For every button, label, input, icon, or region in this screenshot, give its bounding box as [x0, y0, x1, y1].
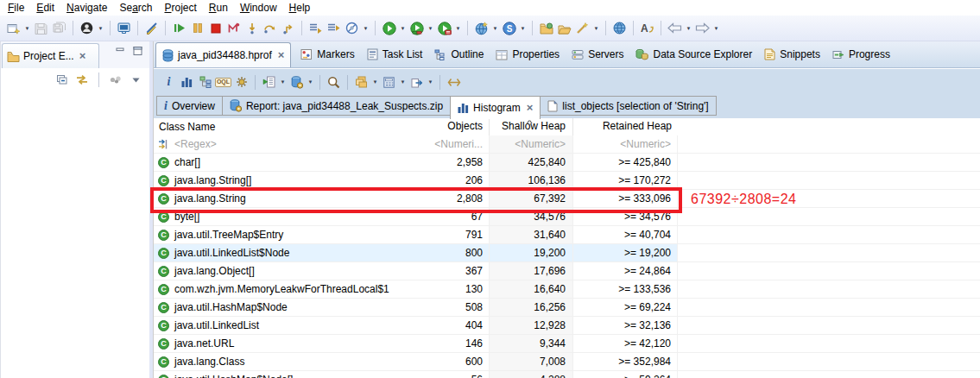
new-browser-dropdown[interactable]: ▼	[490, 20, 500, 37]
view-tab-markers[interactable]: Markers	[294, 41, 360, 67]
back-button[interactable]	[666, 20, 684, 37]
open-folder-button[interactable]	[555, 20, 573, 37]
close-icon[interactable]: ×	[278, 50, 285, 60]
result-tab-histogram[interactable]: Histogram×	[450, 96, 541, 119]
info-button[interactable]: i	[160, 73, 178, 91]
back-dropdown[interactable]: ▼	[684, 20, 693, 37]
skip-breakpoints-button[interactable]	[343, 20, 361, 37]
profile-button[interactable]	[435, 20, 453, 37]
coverage-dropdown[interactable]: ▼	[426, 20, 435, 37]
search-wand-dropdown[interactable]: ▼	[591, 20, 601, 37]
col-header-objects[interactable]: Objects	[432, 118, 489, 135]
search-button[interactable]	[325, 73, 343, 91]
run-dropdown[interactable]: ▼	[398, 20, 408, 37]
run-inspection-button[interactable]	[260, 73, 278, 91]
menu-search[interactable]: Search	[113, 1, 158, 16]
result-tab-overview[interactable]: iOverview	[156, 96, 223, 116]
group-by-dropdown[interactable]: ▼	[370, 73, 380, 91]
pause-button[interactable]	[188, 20, 206, 37]
table-row[interactable]: Cjava.lang.Class6007,008>= 352,984	[154, 353, 980, 371]
run-inspection-dropdown[interactable]: ▼	[278, 73, 288, 91]
step-return-button[interactable]	[279, 20, 297, 37]
table-row[interactable]: Cjava.util.LinkedList$Node80019,200>= 19…	[154, 244, 980, 262]
objects-filter-input[interactable]: <Numeri...	[432, 135, 489, 153]
save-button[interactable]	[32, 20, 50, 37]
view-tab-outline[interactable]: Outline	[428, 41, 490, 67]
editor-tab-hprof[interactable]: java_pid34488.hprof×	[155, 42, 291, 67]
heap-dump-actions-button[interactable]	[288, 73, 306, 91]
coverage-button[interactable]	[408, 20, 426, 37]
group-by-button[interactable]	[352, 73, 370, 91]
col-header-class-name[interactable]: Class Name	[154, 118, 432, 135]
export-button[interactable]	[408, 73, 426, 91]
forward-dropdown[interactable]: ▼	[711, 20, 721, 37]
import-folder-button[interactable]	[537, 20, 555, 37]
mark-occurrences-button[interactable]	[142, 20, 161, 37]
table-row[interactable]: Cjava.util.TreeMap$Entry79131,640>= 40,7…	[154, 226, 980, 244]
step-over-button[interactable]	[261, 20, 279, 37]
resume-button[interactable]	[170, 20, 188, 37]
shallow-filter-input[interactable]: <Numeric>	[489, 135, 573, 153]
menu-file[interactable]: File	[2, 1, 30, 16]
view-tab-properties[interactable]: Properties	[490, 41, 566, 67]
menu-run[interactable]: Run	[203, 1, 234, 16]
view-tab-progress[interactable]: Progress	[826, 41, 896, 67]
menu-edit[interactable]: Edit	[30, 1, 60, 16]
user-account-button[interactable]	[78, 20, 96, 37]
view-tab-data-source-explorer[interactable]: Data Source Explorer	[629, 41, 758, 67]
regex-filter-input[interactable]: <Regex>	[154, 135, 432, 153]
terminate-button[interactable]	[206, 20, 224, 37]
new-wizard-button[interactable]	[4, 20, 22, 37]
disconnect-button[interactable]	[224, 20, 243, 37]
web-globe-button[interactable]	[610, 20, 629, 37]
table-row[interactable]: Cjava.util.LinkedList40412,928>= 32,136	[154, 317, 980, 335]
profile-dropdown[interactable]: ▼	[453, 20, 463, 37]
table-row[interactable]: Cjava.lang.Object[]36717,696>= 24,864	[154, 262, 980, 280]
menu-navigate[interactable]: Navigate	[60, 1, 113, 16]
table-row[interactable]: Cjava.net.URL1469,344>= 42,120	[154, 335, 980, 353]
close-icon[interactable]: ×	[527, 103, 534, 113]
retained-filter-input[interactable]: <Numeric>	[573, 135, 678, 153]
new-wizard-dropdown[interactable]: ▼	[22, 20, 32, 37]
search-wand-button[interactable]	[573, 20, 591, 37]
user-account-dropdown[interactable]: ▼	[96, 20, 105, 37]
link-with-editor-button[interactable]	[74, 72, 90, 88]
table-row[interactable]: Cjava.util.HashMap$Node[]564,288>= 59,26…	[154, 371, 980, 378]
step-into-button[interactable]	[243, 20, 261, 37]
compare-button[interactable]	[445, 73, 463, 91]
table-row[interactable]: Ccom.wzh.jvm.MemoryLeakwForThreadLocal$1…	[154, 280, 980, 299]
menu-help[interactable]: Help	[283, 1, 317, 16]
new-browser-button[interactable]	[472, 20, 490, 37]
open-console-button[interactable]	[115, 20, 133, 37]
show-execution-alt-button[interactable]	[325, 20, 343, 37]
oql-button[interactable]: OQL	[214, 73, 232, 91]
show-execution-button[interactable]	[307, 20, 325, 37]
result-tab-report[interactable]: Report: java_pid34488_Leak_Suspects.zip	[222, 96, 451, 116]
export-dropdown[interactable]: ▼	[426, 73, 435, 91]
calculate-retained-button[interactable]	[380, 73, 398, 91]
heap-dump-actions-dropdown[interactable]: ▼	[306, 73, 315, 91]
calculate-retained-dropdown[interactable]: ▼	[398, 73, 408, 91]
forward-button[interactable]	[693, 20, 711, 37]
view-tab-servers[interactable]: Servers	[566, 41, 629, 67]
histogram-button[interactable]	[178, 73, 196, 91]
run-button[interactable]	[380, 20, 398, 37]
close-icon[interactable]: ×	[79, 51, 86, 61]
last-edit-location-button[interactable]: A	[638, 20, 656, 37]
table-row[interactable]: Cjava.util.HashMap$Node50816,256>= 69,22…	[154, 299, 980, 317]
maximize-button[interactable]	[133, 47, 142, 55]
chevron-down-button[interactable]	[128, 72, 143, 88]
view-tab-task-list[interactable]: Task List	[361, 41, 429, 67]
settings-gear-button[interactable]	[232, 73, 250, 91]
result-tab-list_objects[interactable]: list_objects [selection of 'String']	[540, 96, 716, 116]
skip-breakpoints-dropdown[interactable]: ▼	[361, 20, 370, 37]
view-menu-button[interactable]	[108, 72, 123, 88]
collapse-all-button[interactable]	[54, 72, 70, 88]
view-tab-snippets[interactable]: Snippets	[758, 41, 826, 67]
spring-boot-button[interactable]: S	[500, 20, 518, 37]
dominator-tree-button[interactable]	[196, 73, 214, 91]
tab-project-explorer[interactable]: Project E... ×	[2, 43, 99, 68]
col-header-retained-heap[interactable]: Retained Heap	[573, 118, 678, 135]
spring-boot-dropdown[interactable]: ▼	[518, 20, 528, 37]
save-all-button[interactable]	[50, 20, 68, 37]
